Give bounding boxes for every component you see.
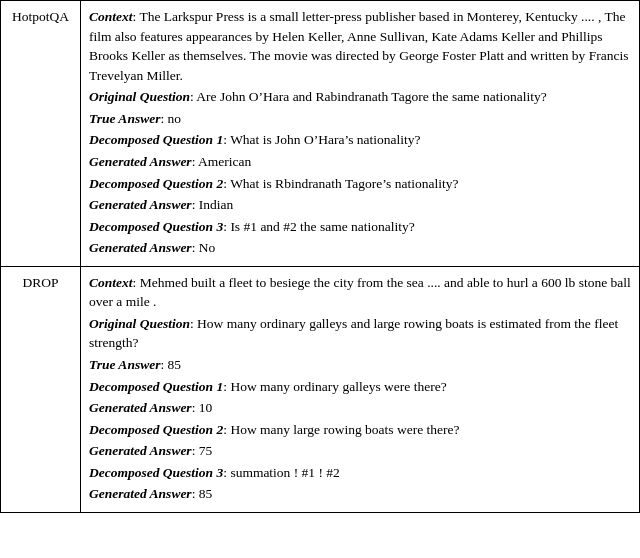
field-label: Generated Answer [89,486,192,501]
content-line: Decomposed Question 3: Is #1 and #2 the … [89,217,631,237]
content-line: Generated Answer: 85 [89,484,631,504]
field-label: Decomposed Question 2 [89,422,223,437]
content-line: Context: The Larkspur Press is a small l… [89,7,631,85]
content-line: Original Question: Are John O’Hara and R… [89,87,631,107]
content-line: Decomposed Question 1: What is John O’Ha… [89,130,631,150]
content-line: Generated Answer: No [89,238,631,258]
field-label: Original Question [89,316,190,331]
row-content-drop: Context: Mehmed built a fleet to besiege… [81,266,640,512]
content-line: True Answer: 85 [89,355,631,375]
field-value: : Indian [192,197,234,212]
field-value: : 75 [192,443,213,458]
field-value: : How many large rowing boats were there… [223,422,459,437]
content-line: Generated Answer: 75 [89,441,631,461]
row-label-drop: DROP [1,266,81,512]
field-label: Decomposed Question 1 [89,132,223,147]
content-line: Decomposed Question 2: How many large ro… [89,420,631,440]
row-content-hotpotqa: Context: The Larkspur Press is a small l… [81,1,640,267]
field-value: : 85 [160,357,181,372]
content-line: Generated Answer: American [89,152,631,172]
field-label: Generated Answer [89,240,192,255]
field-label: True Answer [89,357,160,372]
content-line: Decomposed Question 1: How many ordinary… [89,377,631,397]
field-value: : Mehmed built a fleet to besiege the ci… [89,275,631,310]
field-label: Generated Answer [89,154,192,169]
main-table: HotpotQAContext: The Larkspur Press is a… [0,0,640,513]
field-label: Decomposed Question 3 [89,465,223,480]
field-value: : What is Rbindranath Tagore’s nationali… [223,176,458,191]
field-value: : 85 [192,486,213,501]
content-line: True Answer: no [89,109,631,129]
field-label: Context [89,275,133,290]
field-label: Generated Answer [89,400,192,415]
content-line: Generated Answer: Indian [89,195,631,215]
field-label: Generated Answer [89,197,192,212]
field-value: : The Larkspur Press is a small letter-p… [89,9,628,83]
field-value: : 10 [192,400,213,415]
field-value: : Is #1 and #2 the same nationality? [223,219,415,234]
field-value: : summation ! #1 ! #2 [223,465,340,480]
content-line: Original Question: How many ordinary gal… [89,314,631,353]
field-label: Decomposed Question 1 [89,379,223,394]
row-label-hotpotqa: HotpotQA [1,1,81,267]
field-value: : How many ordinary galleys were there? [223,379,446,394]
content-line: Decomposed Question 2: What is Rbindrana… [89,174,631,194]
field-value: : no [160,111,181,126]
field-label: Decomposed Question 2 [89,176,223,191]
field-label: True Answer [89,111,160,126]
field-value: : What is John O’Hara’s nationality? [223,132,420,147]
field-value: : No [192,240,216,255]
field-value: : American [192,154,252,169]
field-label: Context [89,9,133,24]
field-label: Decomposed Question 3 [89,219,223,234]
content-line: Decomposed Question 3: summation ! #1 ! … [89,463,631,483]
content-line: Generated Answer: 10 [89,398,631,418]
field-label: Original Question [89,89,190,104]
field-value: : Are John O’Hara and Rabindranath Tagor… [190,89,547,104]
content-line: Context: Mehmed built a fleet to besiege… [89,273,631,312]
field-label: Generated Answer [89,443,192,458]
